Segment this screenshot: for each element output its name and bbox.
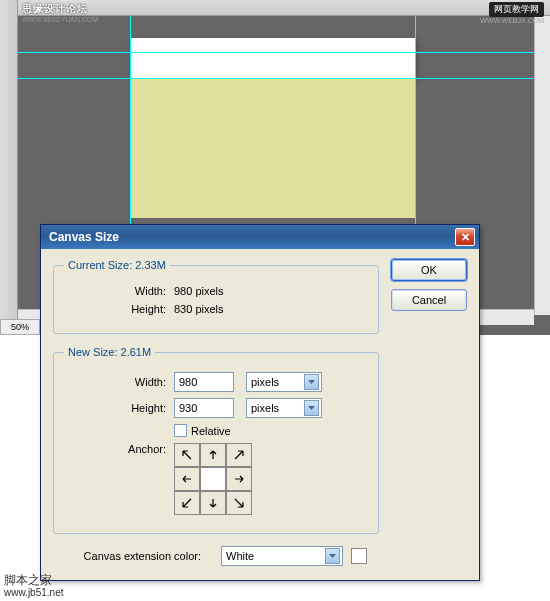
chevron-down-icon [304,374,319,390]
height-input[interactable] [174,398,234,418]
select-value: pixels [251,402,279,414]
relative-checkbox[interactable] [174,424,187,437]
relative-label: Relative [191,425,231,437]
close-icon: ✕ [461,231,470,244]
chevron-down-icon [325,548,340,564]
footer-watermark: 脚本之家 www.jb51.net [4,573,63,599]
ruler-vertical [0,0,18,335]
anchor-grid [174,443,252,515]
height-label: Height: [64,402,174,414]
zoom-level[interactable]: 50% [0,319,40,335]
anchor-cell-center[interactable] [200,467,226,491]
guide-line[interactable] [18,78,550,79]
anchor-cell-nw[interactable] [174,443,200,467]
document-canvas-top [130,38,415,78]
close-button[interactable]: ✕ [455,228,475,246]
guide-line[interactable] [18,52,550,53]
current-width-value: 980 pixels [174,285,226,297]
new-size-group: New Size: 2.61M Width: pixels Height: pi… [53,346,379,534]
scrollbar-vertical[interactable] [534,16,550,315]
anchor-cell-se[interactable] [226,491,252,515]
watermark-url: WWW.WEBJX.COM [480,17,544,24]
chevron-down-icon [304,400,319,416]
anchor-cell-s[interactable] [200,491,226,515]
anchor-cell-w[interactable] [174,467,200,491]
watermark-text: 思缘设计论坛 [22,2,88,16]
extension-color-label: Canvas extension color: [53,550,209,562]
dialog-titlebar[interactable]: Canvas Size ✕ [41,225,479,249]
width-label: Width: [64,285,174,297]
anchor-cell-ne[interactable] [226,443,252,467]
watermark-badge: 网页教学网 [489,2,544,17]
document-canvas-body [130,78,415,218]
extension-color-swatch[interactable] [351,548,367,564]
anchor-cell-n[interactable] [200,443,226,467]
width-label: Width: [64,376,174,388]
select-value: pixels [251,376,279,388]
canvas-size-dialog: Canvas Size ✕ OK Cancel Current Size: 2.… [40,224,480,581]
ruler-horizontal [18,0,550,16]
dialog-title: Canvas Size [49,230,455,244]
current-size-legend: Current Size: 2.33M [64,259,170,271]
height-label: Height: [64,303,174,315]
cancel-button[interactable]: Cancel [391,289,467,311]
anchor-cell-sw[interactable] [174,491,200,515]
height-unit-select[interactable]: pixels [246,398,322,418]
current-size-group: Current Size: 2.33M Width: 980 pixels He… [53,259,379,334]
width-unit-select[interactable]: pixels [246,372,322,392]
new-size-legend: New Size: 2.61M [64,346,155,358]
anchor-label: Anchor: [64,443,174,455]
watermark-url: WWW.MISSYUAN.COM [22,16,98,23]
ok-button[interactable]: OK [391,259,467,281]
anchor-cell-e[interactable] [226,467,252,491]
extension-color-select[interactable]: White [221,546,343,566]
select-value: White [226,550,254,562]
width-input[interactable] [174,372,234,392]
current-height-value: 830 pixels [174,303,226,315]
